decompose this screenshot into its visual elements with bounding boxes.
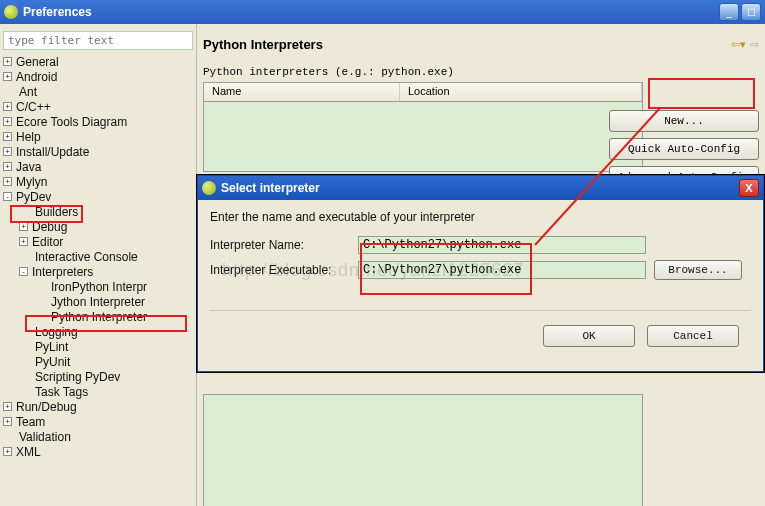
tree-item[interactable]: -Interpreters <box>3 264 193 279</box>
tree-label: Logging <box>35 325 78 339</box>
expander-icon[interactable]: + <box>3 132 12 141</box>
tree-item[interactable]: +Team <box>3 414 193 429</box>
tree-item[interactable]: +XML <box>3 444 193 459</box>
tree-label: Run/Debug <box>16 400 77 414</box>
page-header: Python Interpreters ⇦▾ ⇨ <box>203 30 759 58</box>
interpreters-table-body[interactable] <box>203 102 643 172</box>
tree-label: Interpreters <box>32 265 93 279</box>
tree-label: Jython Interpreter <box>51 295 145 309</box>
tree-item[interactable]: Python Interpreter <box>3 309 193 324</box>
page-description: Python interpreters (e.g.: python.exe) <box>203 66 759 78</box>
tree-label: Ant <box>19 85 37 99</box>
tree-item[interactable]: +Java <box>3 159 193 174</box>
tree-item[interactable]: PyUnit <box>3 354 193 369</box>
tree-item[interactable]: +Debug <box>3 219 193 234</box>
tree-label: PyLint <box>35 340 68 354</box>
tree-item[interactable]: Ant <box>3 84 193 99</box>
dialog-footer: OK Cancel <box>210 310 751 361</box>
expander-icon[interactable]: + <box>3 177 12 186</box>
tree-item[interactable]: Validation <box>3 429 193 444</box>
tree-label: Python Interpreter <box>51 310 147 324</box>
preferences-tree-pane: +General+AndroidAnt+C/C+++Ecore Tools Di… <box>0 24 197 506</box>
tree-label: Debug <box>32 220 67 234</box>
tree-item[interactable]: +Run/Debug <box>3 399 193 414</box>
expander-icon[interactable]: - <box>19 267 28 276</box>
expander-icon[interactable]: + <box>3 72 12 81</box>
expander-icon[interactable]: + <box>3 417 12 426</box>
tree-item[interactable]: +Mylyn <box>3 174 193 189</box>
tree-label: Android <box>16 70 57 84</box>
tree-label: XML <box>16 445 41 459</box>
dialog-body: Enter the name and executable of your in… <box>198 200 763 371</box>
expander-icon[interactable]: + <box>3 102 12 111</box>
interpreter-name-label: Interpreter Name: <box>210 238 358 252</box>
tree-label: PyDev <box>16 190 51 204</box>
expander-icon[interactable]: + <box>19 237 28 246</box>
tree-label: Mylyn <box>16 175 47 189</box>
tree-label: Interactive Console <box>35 250 138 264</box>
tree-item[interactable]: +Editor <box>3 234 193 249</box>
tree-label: General <box>16 55 59 69</box>
minimize-button[interactable]: _ <box>719 3 739 21</box>
quick-auto-config-button[interactable]: Quick Auto-Config <box>609 138 759 160</box>
tree-item[interactable]: +Install/Update <box>3 144 193 159</box>
tree-label: PyUnit <box>35 355 70 369</box>
interpreters-table-header: Name Location <box>203 82 643 102</box>
dialog-titlebar: Select interpreter X <box>198 176 763 200</box>
interpreter-name-input[interactable] <box>358 236 646 254</box>
tree-item[interactable]: IronPython Interpr <box>3 279 193 294</box>
interpreter-name-row: Interpreter Name: <box>210 236 751 254</box>
tree-label: Ecore Tools Diagram <box>16 115 127 129</box>
tree-item[interactable]: Builders <box>3 204 193 219</box>
close-button[interactable]: X <box>739 179 759 197</box>
browse-button[interactable]: Browse... <box>654 260 742 280</box>
tree-label: Team <box>16 415 45 429</box>
cancel-button[interactable]: Cancel <box>647 325 739 347</box>
tree-item[interactable]: +Ecore Tools Diagram <box>3 114 193 129</box>
tree-item[interactable]: +C/C++ <box>3 99 193 114</box>
interpreter-exec-row: Interpreter Executable: Browse... <box>210 260 751 280</box>
tree-item[interactable]: Interactive Console <box>3 249 193 264</box>
forward-icon[interactable]: ⇨ <box>750 38 759 51</box>
window-title: Preferences <box>23 5 717 19</box>
new-button[interactable]: New... <box>609 110 759 132</box>
expander-icon[interactable]: + <box>3 447 12 456</box>
tree-item[interactable]: +Android <box>3 69 193 84</box>
tree-item[interactable]: +Help <box>3 129 193 144</box>
preferences-icon <box>4 5 18 19</box>
back-icon[interactable]: ⇦▾ <box>731 38 746 51</box>
dialog-icon <box>202 181 216 195</box>
expander-icon[interactable]: + <box>19 222 28 231</box>
tree-label: Editor <box>32 235 63 249</box>
expander-icon[interactable]: + <box>3 117 12 126</box>
column-name[interactable]: Name <box>204 83 400 101</box>
tree-item[interactable]: -PyDev <box>3 189 193 204</box>
interpreter-exec-input[interactable] <box>358 261 646 279</box>
tree-item[interactable]: Logging <box>3 324 193 339</box>
preferences-tree[interactable]: +General+AndroidAnt+C/C+++Ecore Tools Di… <box>3 54 193 459</box>
tree-item[interactable]: PyLint <box>3 339 193 354</box>
tree-label: Task Tags <box>35 385 88 399</box>
tree-label: Builders <box>35 205 78 219</box>
expander-icon[interactable]: + <box>3 162 12 171</box>
tree-item[interactable]: +General <box>3 54 193 69</box>
filter-input[interactable] <box>3 31 193 50</box>
tree-label: C/C++ <box>16 100 51 114</box>
expander-icon[interactable]: - <box>3 192 12 201</box>
tree-item[interactable]: Scripting PyDev <box>3 369 193 384</box>
maximize-button[interactable]: ☐ <box>741 3 761 21</box>
ok-button[interactable]: OK <box>543 325 635 347</box>
tree-item[interactable]: Jython Interpreter <box>3 294 193 309</box>
expander-icon[interactable]: + <box>3 57 12 66</box>
tree-label: IronPython Interpr <box>51 280 147 294</box>
page-title: Python Interpreters <box>203 37 323 52</box>
expander-icon[interactable]: + <box>3 402 12 411</box>
dialog-prompt: Enter the name and executable of your in… <box>210 210 751 224</box>
page-nav: ⇦▾ ⇨ <box>731 38 759 51</box>
column-location[interactable]: Location <box>400 83 642 101</box>
expander-icon[interactable]: + <box>3 147 12 156</box>
select-interpreter-dialog: Select interpreter X Enter the name and … <box>197 175 764 372</box>
interpreter-details-area <box>203 394 643 506</box>
tree-label: Scripting PyDev <box>35 370 120 384</box>
tree-item[interactable]: Task Tags <box>3 384 193 399</box>
